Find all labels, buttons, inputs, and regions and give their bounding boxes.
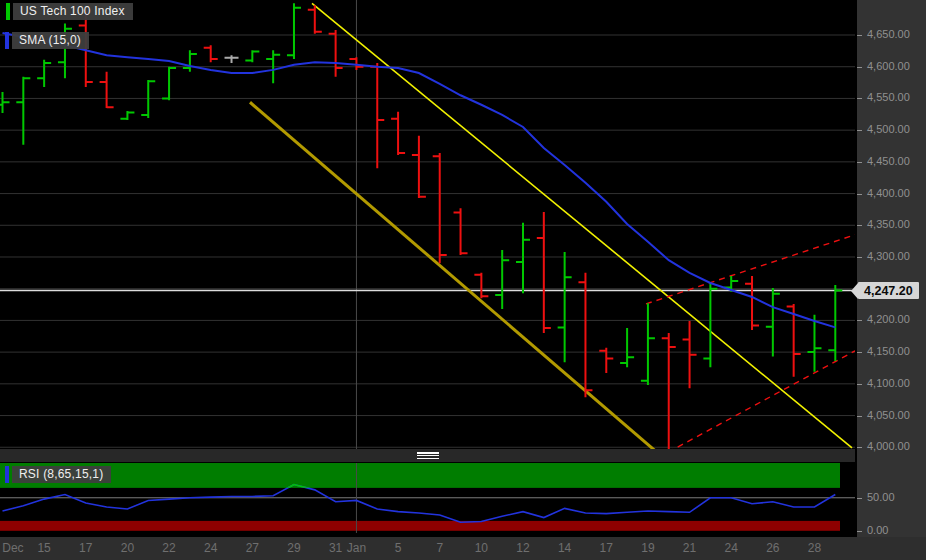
ohlc-bar [120,111,134,120]
date-axis-label: 22 [151,541,187,555]
wedge-top-red-dashed [646,235,855,304]
price-tick [857,416,862,417]
date-axis-label: 5 [380,541,416,555]
ohlc-bar [433,153,447,263]
ohlc-bar [766,288,780,356]
ohlc-bar [370,63,384,168]
instrument-label: US Tech 100 Index [20,4,125,18]
ohlc-bar [162,67,176,101]
panel-resize-handle-icon[interactable] [417,452,439,459]
ohlc-bar [0,92,10,113]
ohlc-bar [245,50,259,62]
ohlc-bar [703,283,717,367]
rsi-axis-label: 50.00 [867,491,895,503]
price-axis-label: 4,400.00 [867,187,910,199]
panel-separator[interactable] [0,449,855,462]
date-axis-label: 29 [276,541,312,555]
ohlc-bar [620,328,634,367]
rsi-line [3,485,836,523]
date-axis-label: 14 [547,541,583,555]
date-axis-label: 7 [422,541,458,555]
ohlc-bar [412,136,426,198]
price-tick [857,257,862,258]
ohlc-bar [599,348,613,373]
date-axis-label: 19 [630,541,666,555]
price-axis-label: 4,500.00 [867,123,910,135]
sma-swatch-icon [5,32,9,49]
price-tick [857,352,862,353]
ohlc-bar [641,303,655,385]
rsi-overbought-zone [0,463,840,488]
ohlc-bar [141,80,155,118]
ohlc-bar [454,208,468,255]
price-axis-label: 4,000.00 [867,440,910,452]
rsi-swatch-icon [5,466,9,483]
price-axis-label: 4,350.00 [867,218,910,230]
legend-sma-box: SMA (15,0) [12,32,89,49]
rsi-oversold-zone [0,521,840,531]
price-tick [857,98,862,99]
date-axis-label: 26 [755,541,791,555]
instrument-swatch-icon [6,3,10,20]
current-price-badge: 4,247.20 [851,282,919,299]
ohlc-bar [329,30,343,77]
price-axis-label: 4,150.00 [867,345,910,357]
price-tick [857,447,862,448]
rsi-line-overbought-tip [3,485,836,523]
date-axis-label: 28 [796,541,832,555]
ohlc-bar [495,250,509,309]
price-axis-label: 4,050.00 [867,409,910,421]
price-axis-label: 4,450.00 [867,155,910,167]
ohlc-bar [558,252,572,362]
price-axis-label: 4,650.00 [867,28,910,40]
ohlc-bar [662,333,676,449]
rsi-tick [857,498,862,499]
legend-instrument[interactable]: US Tech 100 Index [6,3,133,20]
price-tick [857,194,862,195]
ohlc-bar [683,321,697,388]
price-axis-label: 4,200.00 [867,313,910,325]
ohlc-bar [16,77,30,145]
trading-chart-window: US Tech 100 Index SMA (15,0) RSI (8,65,1… [0,0,926,560]
date-axis-label: 17 [588,541,624,555]
legend-sma[interactable]: SMA (15,0) [5,32,89,49]
legend-instrument-box: US Tech 100 Index [13,3,133,20]
price-tick [857,162,862,163]
ohlc-bar [391,112,405,155]
price-chart-plot[interactable] [0,0,855,449]
price-tick [857,384,862,385]
date-axis-label: 21 [672,541,708,555]
ohlc-bar [745,276,759,330]
rsi-indicator-plot[interactable] [0,463,855,533]
price-tick [857,67,862,68]
channel-bottom-olive [250,102,657,449]
ohlc-bar [828,285,842,361]
price-axis[interactable]: 4,650.004,600.004,550.004,500.004,450.00… [857,0,926,537]
sma-label: SMA (15,0) [19,33,81,47]
ohlc-bar [37,60,51,87]
legend-rsi[interactable]: RSI (8,65,15,1) [5,466,111,483]
date-axis-label: 24 [713,541,749,555]
ohlc-bar [100,72,114,108]
price-axis-label: 4,300.00 [867,250,910,262]
date-axis-label: 20 [109,541,145,555]
rsi-label: RSI (8,65,15,1) [19,467,103,481]
price-axis-label: 4,100.00 [867,377,910,389]
price-tick [857,225,862,226]
wedge-bottom-red-dashed [668,351,855,449]
ohlc-bar [578,273,592,397]
time-axis[interactable]: Dec1517202224272931Jan571012141719212426… [0,537,926,560]
date-axis-label: 17 [68,541,104,555]
date-axis-label: 24 [193,541,229,555]
price-tick [857,130,862,131]
price-axis-label: 4,600.00 [867,60,910,72]
current-price-value: 4,247.20 [858,282,919,299]
ohlc-bar [204,45,218,62]
date-axis-label: 12 [505,541,541,555]
ohlc-bar [287,3,301,59]
date-axis-label: 10 [463,541,499,555]
price-tick [857,35,862,36]
rsi-axis-label: 0.00 [867,524,888,536]
ohlc-bar [183,50,197,72]
date-axis-label: 15 [26,541,62,555]
